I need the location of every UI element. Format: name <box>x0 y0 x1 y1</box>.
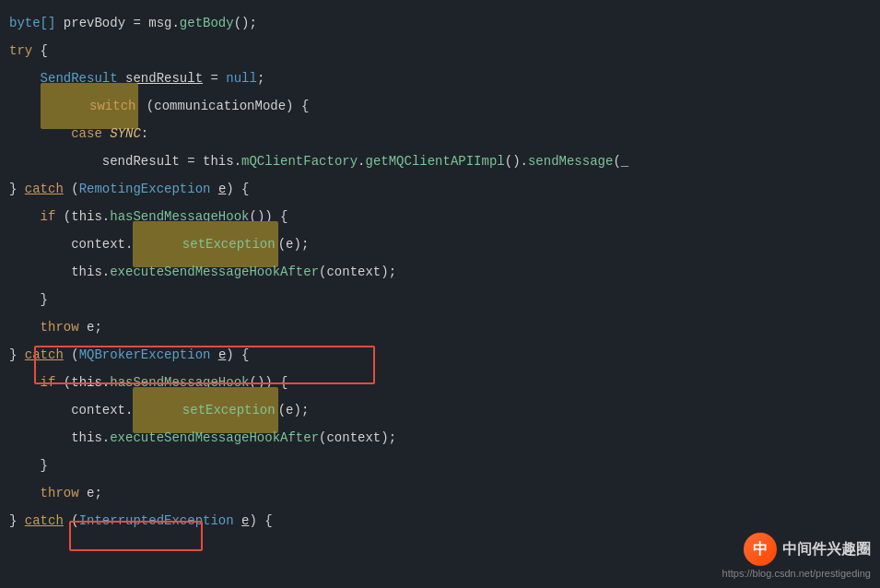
code-line-13: } catch ( MQBrokerException e ) { <box>0 341 880 369</box>
code-line-2: try { <box>0 37 880 65</box>
watermark-icon: 中 <box>744 533 777 566</box>
code-line-15: context. setException (e); <box>0 396 880 424</box>
code-line-18: throw e; <box>0 479 880 507</box>
watermark-logo: 中 中间件兴趣圈 <box>744 533 871 566</box>
code-area: byte[] prevBody = msg. getBody (); try {… <box>0 0 880 588</box>
code-line-17: } <box>0 452 880 479</box>
watermark-title: 中间件兴趣圈 <box>782 540 871 559</box>
code-line-14: if ( this. hasSendMessageHook ()) { <box>0 369 880 396</box>
code-line-5: case SYNC : <box>0 120 880 147</box>
code-line-7: } catch ( RemotingException e ) { <box>0 175 880 203</box>
code-line-1: byte[] prevBody = msg. getBody (); <box>0 9 880 37</box>
code-line-19: } catch ( InterruptedException e ) { <box>0 507 880 535</box>
code-line-4: switch (communicationMode) { <box>0 92 880 120</box>
code-line-12: throw e; <box>0 313 880 341</box>
token-type: byte[] <box>9 16 55 30</box>
code-line-11: } <box>0 286 880 313</box>
catch-keyword-1: catch <box>25 182 64 196</box>
code-line-16: this. executeSendMessageHookAfter (conte… <box>0 424 880 452</box>
catch-keyword-2: catch <box>25 347 64 362</box>
code-line-6: sendResult = this. mQClientFactory . get… <box>0 147 880 175</box>
code-line-9: context. setException (e); <box>0 230 880 258</box>
code-line-8: if ( this. hasSendMessageHook ()) { <box>0 203 880 230</box>
watermark: 中 中间件兴趣圈 https://blog.csdn.net/prestiged… <box>722 533 871 579</box>
watermark-url: https://blog.csdn.net/prestigeding <box>722 568 871 579</box>
code-line-10: this. executeSendMessageHookAfter (conte… <box>0 258 880 286</box>
catch-keyword-3: catch <box>25 513 64 528</box>
